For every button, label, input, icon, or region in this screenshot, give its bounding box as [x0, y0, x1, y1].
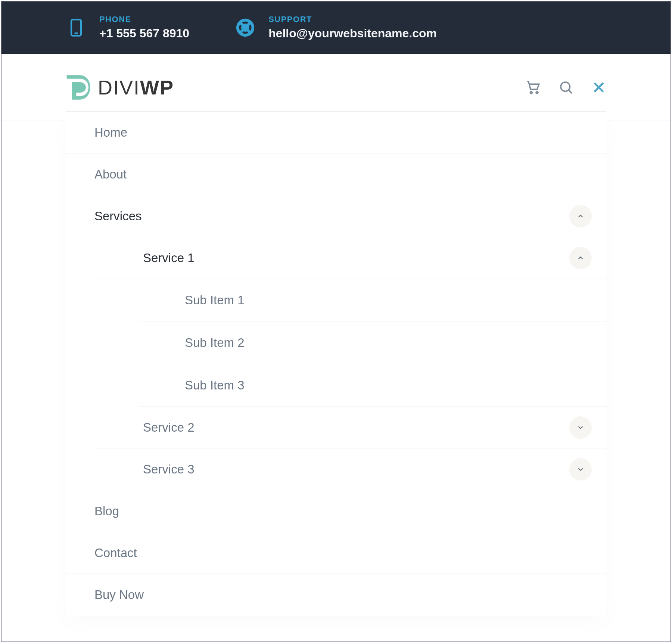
nav-label: Buy Now: [94, 588, 144, 602]
phone-icon: [65, 16, 87, 39]
logo-text: DIVIWP: [98, 76, 174, 99]
nav-label: About: [94, 167, 127, 181]
topbar-phone-value: +1 555 567 8910: [99, 27, 189, 40]
nav-label: Service 3: [143, 462, 195, 476]
lifebuoy-icon: [234, 16, 256, 39]
mobile-nav-panel: Home About Services Service 1 Sub Item 1: [65, 111, 607, 616]
nav-label: Service 1: [143, 251, 195, 265]
nav-item-home[interactable]: Home: [65, 112, 607, 153]
nav-item-buy-now[interactable]: Buy Now: [65, 574, 607, 616]
nav-item-service-2[interactable]: Service 2: [94, 407, 607, 448]
topbar-phone[interactable]: PHONE +1 555 567 8910: [65, 15, 189, 40]
topbar-support-value: hello@yourwebsitename.com: [268, 27, 437, 40]
nav-item-services[interactable]: Services: [65, 195, 607, 237]
logo-text-light: DIVI: [98, 76, 140, 99]
topbar: PHONE +1 555 567 8910 SUPPORT hello@your…: [1, 1, 671, 54]
chevron-up-icon[interactable]: [569, 205, 592, 227]
cart-icon[interactable]: [525, 79, 541, 96]
nav-item-service-1[interactable]: Service 1: [94, 237, 607, 279]
topbar-support-text: SUPPORT hello@yourwebsitename.com: [268, 15, 437, 40]
close-menu-icon[interactable]: [591, 79, 607, 96]
header-actions: [525, 79, 607, 96]
logo-text-bold: WP: [140, 76, 174, 99]
svg-point-2: [530, 91, 532, 93]
nav-item-service-3[interactable]: Service 3: [94, 448, 607, 490]
nav-label: Sub Item 2: [185, 336, 245, 350]
topbar-support-label: SUPPORT: [268, 15, 437, 24]
topbar-phone-label: PHONE: [99, 15, 189, 24]
chevron-up-icon[interactable]: [569, 247, 592, 269]
search-icon[interactable]: [558, 79, 574, 96]
svg-point-4: [561, 82, 570, 91]
topbar-support[interactable]: SUPPORT hello@yourwebsitename.com: [234, 15, 437, 40]
svg-line-5: [569, 90, 572, 93]
nav-item-sub-2[interactable]: Sub Item 2: [140, 322, 607, 364]
nav-item-sub-1[interactable]: Sub Item 1: [140, 279, 607, 322]
nav-label: Contact: [94, 546, 137, 560]
nav-label: Service 2: [143, 420, 195, 435]
svg-point-3: [536, 91, 538, 93]
nav-label: Home: [94, 125, 127, 140]
nav-label: Sub Item 3: [185, 378, 245, 392]
topbar-phone-text: PHONE +1 555 567 8910: [99, 15, 189, 40]
nav-label: Blog: [94, 504, 119, 518]
nav-label: Sub Item 1: [185, 293, 245, 307]
logo-mark-icon: [65, 73, 91, 102]
nav-item-blog[interactable]: Blog: [65, 490, 607, 532]
nav-item-sub-3[interactable]: Sub Item 3: [140, 364, 607, 407]
site-logo[interactable]: DIVIWP: [65, 73, 174, 102]
chevron-down-icon[interactable]: [569, 416, 592, 439]
nav-label: Services: [94, 209, 142, 223]
nav-item-contact[interactable]: Contact: [65, 532, 607, 574]
app-frame: PHONE +1 555 567 8910 SUPPORT hello@your…: [1, 1, 671, 642]
site-header: DIVIWP: [1, 54, 671, 121]
nav-item-about[interactable]: About: [65, 153, 607, 195]
chevron-down-icon[interactable]: [569, 458, 592, 481]
